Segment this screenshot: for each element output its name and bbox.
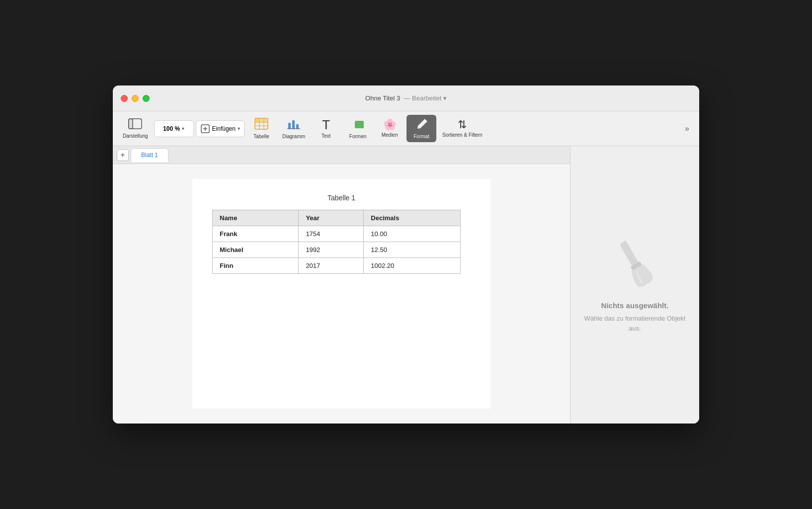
cell-frank-year[interactable]: 1754 (299, 226, 364, 242)
medien-label: Medien (382, 132, 398, 138)
toolbar-zoomen[interactable]: 100 % ▾ (154, 120, 194, 137)
app-window: Ohne Titel 3 — Bearbeitet ▾ Darstellung … (113, 85, 699, 424)
svg-rect-15 (296, 124, 299, 129)
cell-finn-decimals[interactable]: 1002.20 (364, 258, 461, 274)
toolbar-diagramm[interactable]: Diagramm (278, 116, 309, 141)
format-icon (414, 118, 428, 132)
cell-frank-decimals[interactable]: 10.00 (364, 226, 461, 242)
minimize-button[interactable] (132, 95, 139, 102)
formen-label: Formen (349, 134, 366, 139)
darstellung-label: Darstellung (123, 133, 148, 139)
table-row[interactable]: Michael 1992 12.50 (213, 242, 461, 258)
cell-michael-decimals[interactable]: 12.50 (364, 242, 461, 258)
text-label: Text (322, 133, 330, 139)
sortieren-label: Sortieren & Filtern (442, 132, 483, 138)
text-icon: T (322, 118, 330, 131)
cell-finn-year[interactable]: 2017 (299, 258, 364, 274)
sortieren-icon: ⇅ (458, 119, 467, 130)
svg-rect-11 (259, 118, 264, 122)
einfuegen-arrow: ▾ (238, 126, 240, 131)
darstellung-icon (128, 118, 142, 131)
table-header: Name Year Decimals (213, 210, 461, 226)
maximize-button[interactable] (143, 95, 150, 102)
toolbar-more-button[interactable]: » (681, 122, 693, 135)
diagramm-icon (287, 118, 301, 132)
svg-rect-14 (292, 120, 295, 129)
einfuegen-icon (200, 124, 210, 134)
toolbar-medien[interactable]: 🌸 Medien (375, 117, 405, 140)
titlebar: Ohne Titel 3 — Bearbeitet ▾ (113, 85, 699, 111)
zoom-value: 100 % (163, 125, 180, 132)
nothing-selected-title: Nichts ausgewählt. (601, 301, 669, 310)
content-area: + Blatt 1 Tabelle 1 Name Year Decim (113, 146, 699, 424)
tabelle-icon (254, 118, 268, 132)
table-row[interactable]: Frank 1754 10.00 (213, 226, 461, 242)
toolbar-text[interactable]: T Text (311, 116, 341, 141)
format-label: Format (413, 134, 429, 139)
window-title: Ohne Titel 3 — Bearbeitet ▾ (365, 94, 447, 102)
sheet-area: + Blatt 1 Tabelle 1 Name Year Decim (113, 146, 570, 424)
header-name: Name (213, 210, 299, 226)
svg-rect-12 (264, 118, 268, 122)
nothing-selected-desc: Wähle das zu formatierende Objekt aus. (580, 314, 689, 333)
close-button[interactable] (121, 95, 128, 102)
medien-icon: 🌸 (383, 119, 397, 130)
header-decimals: Decimals (364, 210, 461, 226)
svg-rect-1 (129, 119, 133, 129)
cell-finn-name[interactable]: Finn (213, 258, 299, 274)
table-header-row: Name Year Decimals (213, 210, 461, 226)
table-title: Tabelle 1 (212, 194, 471, 202)
spreadsheet-container: Tabelle 1 Name Year Decimals Frank (192, 179, 490, 409)
sheet-tab-blatt1[interactable]: Blatt 1 (131, 148, 168, 162)
cell-michael-name[interactable]: Michael (213, 242, 299, 258)
sheet-tabs: + Blatt 1 (113, 146, 570, 164)
window-controls (121, 95, 150, 102)
add-sheet-button[interactable]: + (117, 149, 129, 161)
svg-rect-13 (288, 123, 291, 129)
tabelle-label: Tabelle (253, 134, 269, 139)
format-panel: Nichts ausgewählt. Wähle das zu formatie… (570, 146, 699, 424)
header-year: Year (299, 210, 364, 226)
svg-rect-10 (255, 118, 259, 122)
cell-frank-name[interactable]: Frank (213, 226, 299, 242)
table-row[interactable]: Finn 2017 1002.20 (213, 258, 461, 274)
svg-rect-17 (355, 121, 364, 128)
zoom-dropdown-arrow: ▾ (182, 126, 184, 131)
toolbar: Darstellung 100 % ▾ Einfügen ▾ (113, 111, 699, 146)
spreadsheet-canvas[interactable]: Tabelle 1 Name Year Decimals Frank (113, 164, 570, 424)
toolbar-sortieren[interactable]: ⇅ Sortieren & Filtern (438, 117, 487, 140)
diagramm-label: Diagramm (282, 134, 305, 139)
toolbar-einfuegen[interactable]: Einfügen ▾ (196, 120, 244, 137)
toolbar-formen[interactable]: Formen (343, 116, 373, 141)
einfuegen-label: Einfügen (212, 125, 236, 132)
toolbar-tabelle[interactable]: Tabelle (246, 116, 276, 141)
edited-status: — Bearbeitet ▾ (402, 94, 447, 102)
title-text: Ohne Titel 3 (365, 94, 400, 102)
cell-michael-year[interactable]: 1992 (299, 242, 364, 258)
data-table: Name Year Decimals Frank 1754 10.00 (212, 210, 461, 274)
paintbrush-icon (608, 237, 662, 291)
toolbar-darstellung[interactable]: Darstellung (119, 116, 152, 141)
toolbar-format[interactable]: Format (406, 115, 436, 142)
table-body: Frank 1754 10.00 Michael 1992 12.50 Finn (213, 226, 461, 274)
formen-icon (351, 118, 365, 132)
